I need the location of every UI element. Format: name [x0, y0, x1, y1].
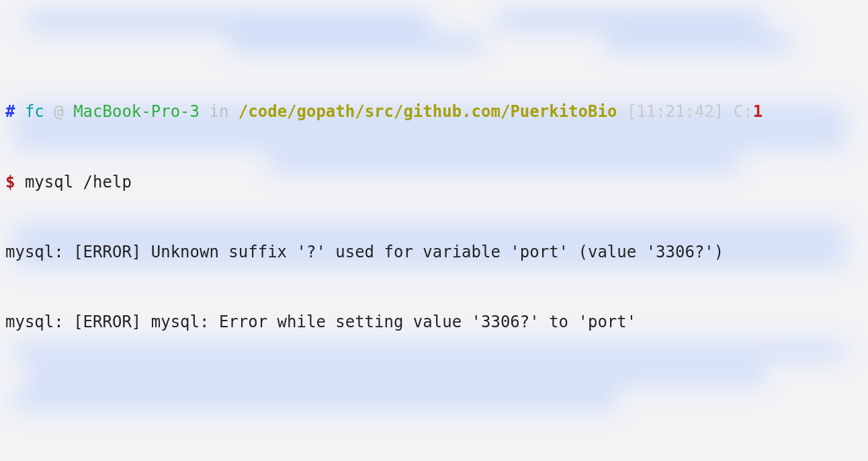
- exit-code-value: 1: [753, 102, 763, 121]
- error-line: mysql: [ERROR] Unknown suffix '?' used f…: [5, 241, 863, 264]
- user: fc: [25, 102, 44, 121]
- prompt-line: # fc @ MacBook-Pro-3 in /code/gopath/src…: [5, 100, 863, 124]
- in-label: in: [209, 102, 228, 121]
- terminal-output[interactable]: # fc @ MacBook-Pro-3 in /code/gopath/src…: [0, 0, 868, 461]
- command-text: mysql /help: [25, 173, 132, 192]
- command-line: $ mysql /help: [5, 171, 863, 194]
- cwd-path: /code/gopath/src/github.com/PuerkitoBio: [238, 102, 617, 121]
- hash-icon: #: [5, 102, 15, 121]
- error-line: mysql: [ERROR] mysql: Error while settin…: [5, 310, 863, 334]
- hostname: MacBook-Pro-3: [73, 102, 200, 121]
- at-symbol: @: [54, 102, 63, 121]
- exit-code-prefix: C:: [734, 102, 753, 121]
- timestamp: [11:21:42]: [627, 102, 724, 121]
- blank-line: [5, 405, 863, 428]
- dollar-prompt: $: [5, 173, 15, 192]
